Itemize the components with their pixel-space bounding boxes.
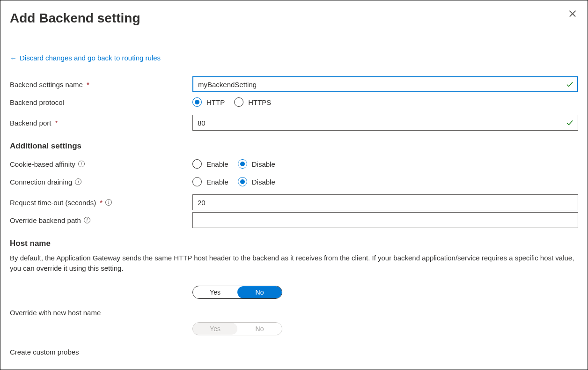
required-asterisk: * bbox=[55, 119, 58, 127]
connection-draining-enable-label: Enable bbox=[206, 178, 228, 186]
override-hostname-toggle[interactable]: Yes No bbox=[192, 286, 282, 299]
radio-icon bbox=[238, 159, 247, 169]
connection-draining-enable-radio[interactable]: Enable bbox=[192, 177, 228, 186]
cookie-affinity-enable-label: Enable bbox=[206, 160, 228, 168]
cookie-affinity-enable-radio[interactable]: Enable bbox=[192, 159, 228, 169]
cookie-affinity-disable-label: Disable bbox=[252, 160, 275, 168]
connection-draining-disable-label: Disable bbox=[252, 178, 275, 186]
override-backend-path-label: Override backend path bbox=[10, 216, 81, 224]
radio-icon bbox=[234, 97, 243, 107]
connection-draining-radiogroup: Enable Disable bbox=[192, 177, 275, 186]
back-link-text: Discard changes and go back to routing r… bbox=[20, 54, 161, 62]
backend-port-input[interactable] bbox=[192, 115, 578, 131]
request-timeout-label: Request time-out (seconds) bbox=[10, 199, 96, 207]
override-new-hostname-label: Override with new host name bbox=[10, 309, 101, 317]
connection-draining-label: Connection draining bbox=[10, 178, 72, 186]
additional-settings-heading: Additional settings bbox=[10, 141, 578, 151]
override-new-hostname-no: No bbox=[237, 323, 282, 335]
override-hostname-yes[interactable]: Yes bbox=[193, 286, 237, 298]
connection-draining-disable-radio[interactable]: Disable bbox=[238, 177, 275, 186]
backend-name-input[interactable] bbox=[192, 76, 578, 92]
backend-name-label: Backend settings name bbox=[10, 81, 83, 89]
close-icon[interactable] bbox=[568, 9, 577, 18]
required-asterisk: * bbox=[100, 199, 103, 207]
backend-protocol-label: Backend protocol bbox=[10, 98, 64, 106]
info-icon[interactable]: i bbox=[75, 178, 81, 185]
override-new-hostname-yes: Yes bbox=[193, 323, 237, 335]
back-link[interactable]: ← Discard changes and go back to routing… bbox=[10, 54, 161, 62]
override-new-hostname-toggle: Yes No bbox=[192, 322, 282, 335]
host-name-heading: Host name bbox=[10, 239, 578, 248]
arrow-left-icon: ← bbox=[10, 54, 17, 62]
radio-icon bbox=[192, 177, 202, 186]
protocol-http-label: HTTP bbox=[206, 98, 225, 106]
request-timeout-input[interactable] bbox=[192, 194, 578, 210]
cookie-affinity-label: Cookie-based affinity bbox=[10, 160, 75, 168]
override-hostname-no[interactable]: No bbox=[237, 286, 282, 298]
panel-title: Add Backend setting bbox=[10, 11, 578, 26]
cookie-affinity-radiogroup: Enable Disable bbox=[192, 159, 275, 169]
backend-port-label: Backend port bbox=[10, 119, 51, 127]
info-icon[interactable]: i bbox=[105, 199, 112, 206]
radio-icon bbox=[192, 97, 202, 107]
info-icon[interactable]: i bbox=[84, 217, 90, 223]
radio-icon bbox=[238, 177, 247, 186]
required-asterisk: * bbox=[87, 81, 89, 89]
radio-icon bbox=[192, 159, 202, 169]
override-backend-path-input[interactable] bbox=[192, 212, 578, 228]
create-custom-probes-label: Create custom probes bbox=[10, 348, 79, 356]
info-icon[interactable]: i bbox=[78, 161, 85, 167]
protocol-http-radio[interactable]: HTTP bbox=[192, 97, 225, 107]
protocol-https-label: HTTPS bbox=[248, 98, 271, 106]
host-name-description: By default, the Application Gateway send… bbox=[10, 253, 578, 274]
backend-protocol-radiogroup: HTTP HTTPS bbox=[192, 97, 271, 107]
cookie-affinity-disable-radio[interactable]: Disable bbox=[238, 159, 275, 169]
protocol-https-radio[interactable]: HTTPS bbox=[234, 97, 271, 107]
